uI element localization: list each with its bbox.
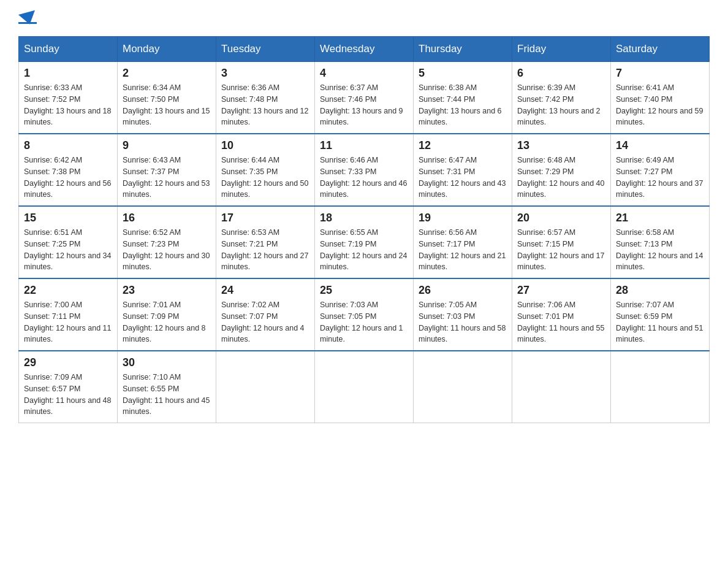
calendar-week-row: 22 Sunrise: 7:00 AM Sunset: 7:11 PM Dayl…	[19, 278, 710, 351]
calendar-cell: 25 Sunrise: 7:03 AM Sunset: 7:05 PM Dayl…	[315, 278, 414, 351]
day-number: 10	[221, 139, 309, 152]
day-number: 23	[123, 284, 211, 297]
calendar-cell: 16 Sunrise: 6:52 AM Sunset: 7:23 PM Dayl…	[118, 206, 216, 278]
day-number: 11	[320, 139, 408, 152]
day-number: 22	[24, 284, 112, 297]
day-number: 3	[221, 67, 309, 80]
calendar-cell: 11 Sunrise: 6:46 AM Sunset: 7:33 PM Dayl…	[315, 134, 414, 206]
day-info: Sunrise: 6:44 AM Sunset: 7:35 PM Dayligh…	[221, 155, 309, 201]
day-info: Sunrise: 6:43 AM Sunset: 7:37 PM Dayligh…	[123, 155, 211, 201]
day-info: Sunrise: 6:47 AM Sunset: 7:31 PM Dayligh…	[419, 155, 507, 201]
day-number: 7	[616, 67, 704, 80]
calendar-cell: 27 Sunrise: 7:06 AM Sunset: 7:01 PM Dayl…	[512, 278, 611, 351]
day-info: Sunrise: 7:00 AM Sunset: 7:11 PM Dayligh…	[24, 299, 112, 345]
calendar-cell	[315, 351, 414, 423]
day-info: Sunrise: 6:58 AM Sunset: 7:13 PM Dayligh…	[616, 227, 704, 273]
calendar-cell	[512, 351, 611, 423]
calendar-cell: 23 Sunrise: 7:01 AM Sunset: 7:09 PM Dayl…	[118, 278, 216, 351]
calendar-cell: 5 Sunrise: 6:38 AM Sunset: 7:44 PM Dayli…	[414, 62, 512, 134]
weekday-header-tuesday: Tuesday	[216, 37, 315, 62]
day-number: 1	[24, 67, 112, 80]
day-info: Sunrise: 6:49 AM Sunset: 7:27 PM Dayligh…	[616, 155, 704, 201]
calendar-week-row: 29 Sunrise: 7:09 AM Sunset: 6:57 PM Dayl…	[19, 351, 710, 423]
day-number: 24	[221, 284, 309, 297]
day-number: 9	[123, 139, 211, 152]
calendar-cell: 12 Sunrise: 6:47 AM Sunset: 7:31 PM Dayl…	[414, 134, 512, 206]
calendar-cell: 7 Sunrise: 6:41 AM Sunset: 7:40 PM Dayli…	[611, 62, 710, 134]
day-number: 26	[419, 284, 507, 297]
calendar-week-row: 15 Sunrise: 6:51 AM Sunset: 7:25 PM Dayl…	[19, 206, 710, 278]
day-info: Sunrise: 6:41 AM Sunset: 7:40 PM Dayligh…	[616, 82, 704, 128]
day-number: 15	[24, 212, 112, 224]
calendar-cell	[216, 351, 315, 423]
day-number: 16	[123, 212, 211, 224]
day-info: Sunrise: 6:57 AM Sunset: 7:15 PM Dayligh…	[517, 227, 605, 273]
calendar-cell: 3 Sunrise: 6:36 AM Sunset: 7:48 PM Dayli…	[216, 62, 315, 134]
day-info: Sunrise: 6:33 AM Sunset: 7:52 PM Dayligh…	[24, 82, 112, 128]
weekday-header-sunday: Sunday	[19, 37, 118, 62]
calendar-cell: 20 Sunrise: 6:57 AM Sunset: 7:15 PM Dayl…	[512, 206, 611, 278]
calendar-cell: 30 Sunrise: 7:10 AM Sunset: 6:55 PM Dayl…	[118, 351, 216, 423]
calendar-cell: 29 Sunrise: 7:09 AM Sunset: 6:57 PM Dayl…	[19, 351, 118, 423]
calendar-cell	[611, 351, 710, 423]
day-info: Sunrise: 6:46 AM Sunset: 7:33 PM Dayligh…	[320, 155, 408, 201]
calendar-week-row: 1 Sunrise: 6:33 AM Sunset: 7:52 PM Dayli…	[19, 62, 710, 134]
day-number: 5	[419, 67, 507, 80]
day-number: 28	[616, 284, 704, 297]
day-info: Sunrise: 7:02 AM Sunset: 7:07 PM Dayligh…	[221, 299, 309, 345]
day-info: Sunrise: 6:37 AM Sunset: 7:46 PM Dayligh…	[320, 82, 408, 128]
calendar-cell: 10 Sunrise: 6:44 AM Sunset: 7:35 PM Dayl…	[216, 134, 315, 206]
day-number: 21	[616, 212, 704, 224]
day-number: 14	[616, 139, 704, 152]
day-number: 25	[320, 284, 408, 297]
calendar-cell: 1 Sunrise: 6:33 AM Sunset: 7:52 PM Dayli…	[19, 62, 118, 134]
weekday-header-saturday: Saturday	[611, 37, 710, 62]
calendar-cell: 4 Sunrise: 6:37 AM Sunset: 7:46 PM Dayli…	[315, 62, 414, 134]
day-info: Sunrise: 6:52 AM Sunset: 7:23 PM Dayligh…	[123, 227, 211, 273]
day-number: 4	[320, 67, 408, 80]
day-info: Sunrise: 7:03 AM Sunset: 7:05 PM Dayligh…	[320, 299, 408, 345]
logo-triangle-icon	[18, 10, 38, 27]
calendar-cell: 28 Sunrise: 7:07 AM Sunset: 6:59 PM Dayl…	[611, 278, 710, 351]
day-info: Sunrise: 6:48 AM Sunset: 7:29 PM Dayligh…	[517, 155, 605, 201]
day-number: 20	[517, 212, 605, 224]
day-number: 17	[221, 212, 309, 224]
day-number: 27	[517, 284, 605, 297]
day-number: 13	[517, 139, 605, 152]
day-info: Sunrise: 7:07 AM Sunset: 6:59 PM Dayligh…	[616, 299, 704, 345]
weekday-header-thursday: Thursday	[414, 37, 512, 62]
weekday-header-friday: Friday	[512, 37, 611, 62]
calendar-cell: 15 Sunrise: 6:51 AM Sunset: 7:25 PM Dayl…	[19, 206, 118, 278]
calendar-cell: 13 Sunrise: 6:48 AM Sunset: 7:29 PM Dayl…	[512, 134, 611, 206]
day-info: Sunrise: 7:01 AM Sunset: 7:09 PM Dayligh…	[123, 299, 211, 345]
calendar-cell: 2 Sunrise: 6:34 AM Sunset: 7:50 PM Dayli…	[118, 62, 216, 134]
day-info: Sunrise: 7:10 AM Sunset: 6:55 PM Dayligh…	[123, 372, 211, 418]
calendar-cell: 17 Sunrise: 6:53 AM Sunset: 7:21 PM Dayl…	[216, 206, 315, 278]
calendar-cell	[414, 351, 512, 423]
day-info: Sunrise: 6:36 AM Sunset: 7:48 PM Dayligh…	[221, 82, 309, 128]
calendar-cell: 14 Sunrise: 6:49 AM Sunset: 7:27 PM Dayl…	[611, 134, 710, 206]
calendar-table: SundayMondayTuesdayWednesdayThursdayFrid…	[18, 36, 710, 423]
day-number: 8	[24, 139, 112, 152]
calendar-cell: 24 Sunrise: 7:02 AM Sunset: 7:07 PM Dayl…	[216, 278, 315, 351]
calendar-cell: 22 Sunrise: 7:00 AM Sunset: 7:11 PM Dayl…	[19, 278, 118, 351]
day-info: Sunrise: 6:53 AM Sunset: 7:21 PM Dayligh…	[221, 227, 309, 273]
day-info: Sunrise: 7:09 AM Sunset: 6:57 PM Dayligh…	[24, 372, 112, 418]
day-number: 2	[123, 67, 211, 80]
weekday-header-wednesday: Wednesday	[315, 37, 414, 62]
calendar-cell: 6 Sunrise: 6:39 AM Sunset: 7:42 PM Dayli…	[512, 62, 611, 134]
calendar-cell: 9 Sunrise: 6:43 AM Sunset: 7:37 PM Dayli…	[118, 134, 216, 206]
calendar-cell: 8 Sunrise: 6:42 AM Sunset: 7:38 PM Dayli…	[19, 134, 118, 206]
day-number: 18	[320, 212, 408, 224]
day-number: 30	[123, 356, 211, 369]
calendar-cell: 21 Sunrise: 6:58 AM Sunset: 7:13 PM Dayl…	[611, 206, 710, 278]
day-number: 29	[24, 356, 112, 369]
day-info: Sunrise: 6:42 AM Sunset: 7:38 PM Dayligh…	[24, 155, 112, 201]
calendar-cell: 19 Sunrise: 6:56 AM Sunset: 7:17 PM Dayl…	[414, 206, 512, 278]
day-number: 6	[517, 67, 605, 80]
calendar-cell: 18 Sunrise: 6:55 AM Sunset: 7:19 PM Dayl…	[315, 206, 414, 278]
day-info: Sunrise: 6:56 AM Sunset: 7:17 PM Dayligh…	[419, 227, 507, 273]
day-info: Sunrise: 7:06 AM Sunset: 7:01 PM Dayligh…	[517, 299, 605, 345]
day-info: Sunrise: 6:39 AM Sunset: 7:42 PM Dayligh…	[517, 82, 605, 128]
day-info: Sunrise: 6:55 AM Sunset: 7:19 PM Dayligh…	[320, 227, 408, 273]
